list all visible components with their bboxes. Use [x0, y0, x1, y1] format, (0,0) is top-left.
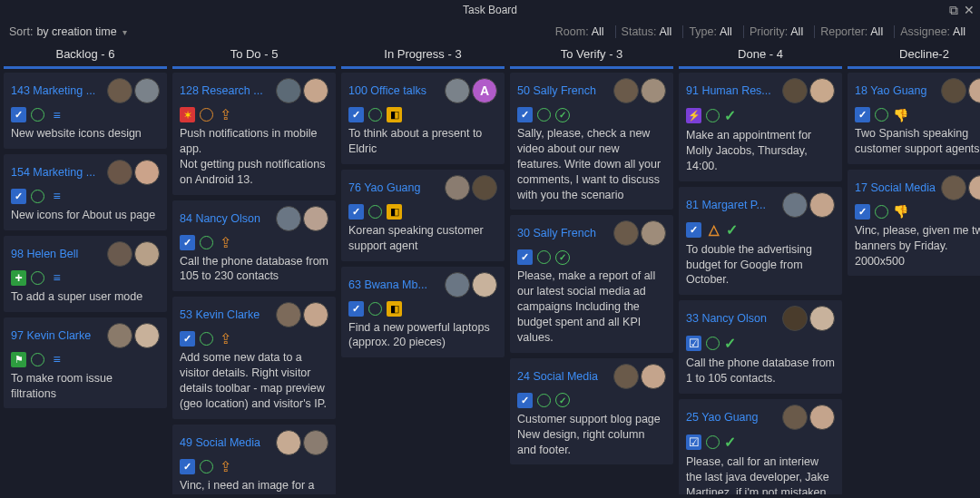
- task-card[interactable]: 30 Sally FrenchPlease, make a report of …: [510, 215, 673, 352]
- avatar[interactable]: [107, 241, 132, 267]
- check-blue-icon: [686, 222, 701, 238]
- avatar[interactable]: [941, 175, 966, 200]
- column-header[interactable]: In Progress - 3: [341, 44, 505, 69]
- filter-bar: Room:AllStatus:AllType:AllPriority:AllRe…: [550, 25, 971, 38]
- avatar[interactable]: [641, 220, 666, 246]
- task-card[interactable]: 98 Helen BellTo add a super user mode: [4, 236, 167, 312]
- task-card[interactable]: 33 Nancy OlsonCall the phone database fr…: [679, 300, 842, 394]
- avatar[interactable]: [134, 78, 160, 103]
- avatar[interactable]: [445, 272, 470, 298]
- card-title[interactable]: 17 Social Media: [855, 181, 936, 194]
- column-header[interactable]: Backlog - 6: [4, 44, 167, 69]
- avatar[interactable]: [613, 364, 639, 389]
- avatar[interactable]: [276, 78, 301, 103]
- flag-green-icon: [11, 352, 26, 367]
- avatar[interactable]: [276, 206, 301, 231]
- column-header[interactable]: Done - 4: [679, 44, 842, 69]
- column-header[interactable]: To Verify - 3: [510, 44, 673, 69]
- task-card[interactable]: 128 Research ...Push notifications in mo…: [172, 73, 336, 195]
- card-title[interactable]: 98 Helen Bell: [11, 248, 102, 260]
- card-title[interactable]: 154 Marketing ...: [11, 166, 102, 179]
- restore-icon[interactable]: ⧉: [949, 3, 958, 18]
- card-title[interactable]: 91 Human Res...: [686, 84, 777, 97]
- filter-item[interactable]: Priority:All: [743, 25, 808, 38]
- avatar[interactable]: [303, 302, 328, 327]
- task-card[interactable]: 18 Yao GuangTwo Spanish speaking custome…: [848, 73, 980, 164]
- avatar[interactable]: [134, 241, 160, 267]
- filter-item[interactable]: Reporter:All: [814, 25, 888, 38]
- avatar[interactable]: [134, 160, 160, 185]
- card-title[interactable]: 25 Yao Guang: [686, 411, 777, 424]
- task-card[interactable]: 100 Office talksATo think about a presen…: [341, 73, 505, 164]
- avatar[interactable]: [276, 302, 301, 327]
- card-title[interactable]: 49 Social Media: [180, 436, 270, 449]
- task-card[interactable]: 81 Margaret P...To double the advertisin…: [679, 187, 842, 296]
- filter-item[interactable]: Status:All: [615, 25, 678, 38]
- card-title[interactable]: 143 Marketing ...: [11, 84, 102, 97]
- card-title[interactable]: 30 Sally French: [517, 227, 608, 239]
- avatar[interactable]: [809, 192, 835, 218]
- card-title[interactable]: 53 Kevin Clarke: [180, 308, 270, 321]
- avatar[interactable]: A: [472, 78, 497, 103]
- avatar[interactable]: [809, 306, 835, 331]
- avatar[interactable]: [782, 192, 808, 218]
- avatar[interactable]: [968, 78, 980, 103]
- avatar[interactable]: [134, 323, 160, 348]
- filter-item[interactable]: Room:All: [550, 25, 610, 38]
- avatar-group: [445, 175, 497, 200]
- card-title[interactable]: 84 Nancy Olson: [180, 212, 270, 225]
- card-title[interactable]: 76 Yao Guang: [348, 181, 439, 194]
- task-card[interactable]: 24 Social MediaCustomer support blog pag…: [510, 358, 673, 465]
- task-card[interactable]: 84 Nancy OlsonCall the phone database fr…: [172, 200, 336, 292]
- avatar[interactable]: [641, 78, 666, 103]
- task-card[interactable]: 97 Kevin ClarkeTo make room issue filtra…: [4, 317, 167, 409]
- task-card[interactable]: 63 Bwana Mb...Find a new powerful laptop…: [341, 267, 505, 358]
- avatar[interactable]: [303, 430, 328, 455]
- card-title[interactable]: 24 Social Media: [517, 370, 608, 383]
- card-title[interactable]: 18 Yao Guang: [855, 84, 936, 97]
- avatar[interactable]: [445, 175, 470, 200]
- avatar[interactable]: [782, 405, 808, 430]
- task-card[interactable]: 76 Yao GuangKorean speaking customer sup…: [341, 170, 505, 261]
- column-header[interactable]: To Do - 5: [172, 44, 336, 69]
- card-title[interactable]: 33 Nancy Olson: [686, 312, 777, 325]
- avatar[interactable]: [809, 405, 835, 430]
- card-title[interactable]: 128 Research ...: [180, 84, 270, 97]
- avatar[interactable]: [641, 364, 666, 389]
- avatar[interactable]: [107, 323, 132, 348]
- filter-item[interactable]: Type:All: [682, 25, 737, 38]
- check-blue-icon: [180, 331, 195, 347]
- task-card[interactable]: 91 Human Res...Make an appointment for M…: [679, 73, 842, 181]
- avatar[interactable]: [941, 78, 966, 103]
- avatar[interactable]: [613, 220, 639, 246]
- card-title[interactable]: 100 Office talks: [348, 84, 439, 97]
- avatar[interactable]: [968, 175, 980, 200]
- avatar[interactable]: [809, 78, 835, 103]
- avatar[interactable]: [472, 175, 497, 200]
- avatar[interactable]: [107, 160, 132, 185]
- task-card[interactable]: 17 Social MediaVinc, please, given me tw…: [848, 170, 980, 277]
- avatar[interactable]: [782, 306, 808, 331]
- avatar[interactable]: [276, 430, 301, 455]
- card-title[interactable]: 63 Bwana Mb...: [348, 278, 439, 291]
- task-card[interactable]: 50 Sally FrenchSally, please, check a ne…: [510, 73, 673, 210]
- sort-dropdown[interactable]: Sort: by creation time ▾: [9, 25, 127, 38]
- task-card[interactable]: 154 Marketing ...New icons for About us …: [4, 154, 167, 230]
- card-title[interactable]: 81 Margaret P...: [686, 199, 777, 211]
- card-title[interactable]: 97 Kevin Clarke: [11, 329, 102, 342]
- close-icon[interactable]: ✕: [964, 3, 975, 18]
- task-card[interactable]: 143 Marketing ...New website icons desig…: [4, 73, 167, 149]
- filter-item[interactable]: Assignee:All: [894, 25, 971, 38]
- avatar[interactable]: [782, 78, 808, 103]
- avatar[interactable]: [303, 78, 328, 103]
- column-header[interactable]: Decline-2: [848, 44, 980, 69]
- task-card[interactable]: 53 Kevin ClarkeAdd some new data to a vi…: [172, 297, 336, 419]
- task-card[interactable]: 25 Yao GuangPlease, call for an interiew…: [679, 399, 842, 494]
- avatar[interactable]: [613, 78, 639, 103]
- task-card[interactable]: 49 Social MediaVinc, i need an image for…: [172, 425, 336, 494]
- avatar[interactable]: [303, 206, 328, 231]
- card-title[interactable]: 50 Sally French: [517, 84, 608, 97]
- avatar[interactable]: [472, 272, 497, 298]
- avatar[interactable]: [445, 78, 470, 103]
- avatar[interactable]: [107, 78, 132, 103]
